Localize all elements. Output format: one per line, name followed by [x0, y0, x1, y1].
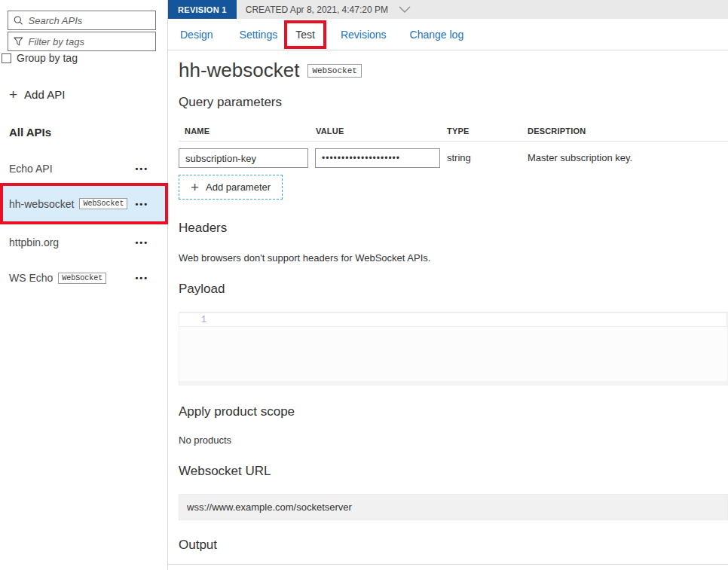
payload-heading: Payload — [179, 281, 728, 297]
headers-note: Web browsers don't support headers for W… — [179, 252, 728, 264]
all-apis-heading: All APIs — [9, 126, 51, 139]
search-apis-input[interactable] — [29, 15, 151, 26]
ellipsis-menu-icon[interactable]: ••• — [135, 164, 148, 173]
annotation-box-test-tab: Test — [284, 20, 326, 49]
table-header-row: NAME VALUE TYPE DESCRIPTION — [179, 126, 728, 142]
tab-revisions[interactable]: Revisions — [341, 29, 387, 41]
add-parameter-button[interactable]: + Add parameter — [179, 175, 283, 200]
payload-editor-line-1[interactable]: 1 — [179, 312, 727, 327]
add-api-button[interactable]: + Add API — [9, 88, 65, 101]
main-panel: REVISION 1 CREATED Apr 8, 2021, 4:47:20 … — [168, 0, 728, 570]
api-item-label: hh-websocket — [9, 198, 74, 210]
page-title: hh-websocket — [179, 59, 299, 81]
api-item-label: Echo API — [9, 163, 53, 175]
column-header-name: NAME — [179, 126, 315, 136]
tab-test[interactable]: Test — [295, 29, 315, 41]
add-api-label: Add API — [24, 88, 65, 101]
sidebar-item-ws-echo[interactable]: WS Echo WebSocket ••• — [0, 267, 168, 288]
filter-icon — [14, 36, 23, 47]
product-scope-heading: Apply product scope — [179, 404, 728, 420]
param-type: string — [446, 148, 527, 163]
app-root: Group by tag + Add API All APIs Echo API… — [0, 0, 728, 570]
payload-editor[interactable]: 1 — [179, 312, 728, 386]
revision-created-label: CREATED Apr 8, 2021, 4:47:20 PM — [246, 0, 388, 19]
column-header-value: VALUE — [315, 126, 446, 136]
output-divider — [168, 564, 728, 565]
tab-settings[interactable]: Settings — [240, 29, 278, 41]
line-number: 1 — [179, 313, 214, 326]
search-icon — [14, 15, 23, 26]
websocket-badge: WebSocket — [307, 64, 361, 78]
column-header-description: DESCRIPTION — [527, 126, 728, 136]
tab-design[interactable]: Design — [180, 29, 213, 41]
websocket-badge: WebSocket — [79, 198, 127, 209]
tab-change-log[interactable]: Change log — [410, 29, 464, 41]
table-row: string Master subscription key. — [179, 142, 728, 168]
headers-heading: Headers — [179, 220, 728, 236]
ellipsis-menu-icon[interactable]: ••• — [135, 273, 148, 282]
search-apis-box[interactable] — [8, 11, 156, 30]
ellipsis-menu-icon[interactable]: ••• — [135, 200, 148, 209]
api-item-label: httpbin.org — [9, 236, 59, 248]
add-parameter-label: Add parameter — [206, 181, 271, 193]
plus-icon: + — [9, 90, 17, 100]
param-description: Master subscription key. — [527, 148, 728, 163]
column-header-type: TYPE — [446, 126, 527, 136]
plus-icon: + — [191, 182, 199, 193]
product-scope-value: No products — [179, 434, 728, 446]
sidebar-item-hh-websocket[interactable]: hh-websocket WebSocket ••• — [0, 183, 168, 224]
query-parameters-table: NAME VALUE TYPE DESCRIPTION string Maste… — [179, 126, 728, 168]
query-parameters-heading: Query parameters — [179, 94, 728, 111]
filter-tags-input[interactable] — [29, 36, 151, 47]
filter-tags-box[interactable] — [8, 32, 156, 51]
api-sidebar: Group by tag + Add API All APIs Echo API… — [0, 0, 168, 570]
websocket-url-heading: Websocket URL — [179, 463, 728, 480]
websocket-badge: WebSocket — [58, 273, 106, 284]
editor-horizontal-scrollbar[interactable] — [179, 381, 727, 385]
test-console: hh-websocket WebSocket Query parameters … — [168, 59, 728, 570]
sidebar-item-httpbin[interactable]: httpbin.org ••• — [0, 232, 168, 253]
api-item-label: WS Echo — [9, 272, 53, 284]
ellipsis-menu-icon[interactable]: ••• — [135, 238, 148, 247]
output-heading: Output — [179, 537, 728, 553]
revision-bar: REVISION 1 CREATED Apr 8, 2021, 4:47:20 … — [168, 0, 728, 19]
revision-chip: REVISION 1 — [168, 0, 237, 19]
group-by-tag-row[interactable]: Group by tag — [2, 52, 78, 64]
sidebar-item-echo-api[interactable]: Echo API ••• — [0, 158, 168, 179]
group-by-tag-checkbox[interactable] — [2, 53, 11, 63]
group-by-tag-label: Group by tag — [17, 52, 78, 64]
param-value-input[interactable] — [315, 148, 440, 168]
param-name-input[interactable] — [179, 148, 308, 168]
chevron-down-icon[interactable] — [399, 0, 411, 19]
websocket-url-input[interactable] — [179, 494, 728, 520]
tab-bar: Design Settings Test Revisions Change lo… — [168, 19, 728, 50]
